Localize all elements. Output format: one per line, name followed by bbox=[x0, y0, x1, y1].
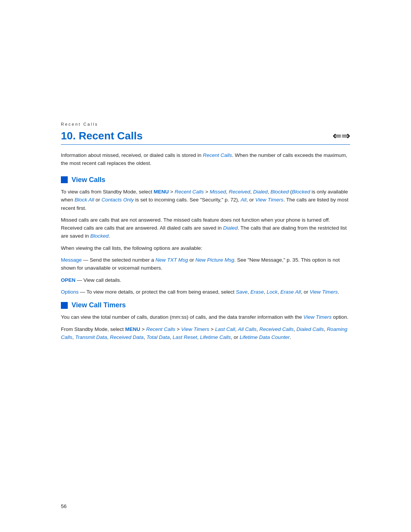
options-label: Options bbox=[61, 289, 79, 295]
view-timers-link-4[interactable]: View Timers bbox=[181, 326, 209, 332]
intro-paragraph: Information about missed, received, or d… bbox=[61, 152, 350, 168]
dialed-link[interactable]: Dialed bbox=[253, 189, 268, 195]
view-calls-para3: When viewing the call lists, the followi… bbox=[61, 244, 350, 252]
calls-icon: ⇐⇒ bbox=[333, 129, 350, 142]
new-txt-msg-link[interactable]: New TXT Msg bbox=[155, 257, 188, 263]
view-calls-body: To view calls from Standby Mode, select … bbox=[61, 188, 350, 296]
erase-link[interactable]: Erase bbox=[250, 289, 264, 295]
page-number: 56 bbox=[61, 503, 67, 509]
recent-calls-link-1[interactable]: Recent Calls bbox=[175, 189, 204, 195]
view-calls-title: View Calls bbox=[72, 176, 105, 184]
chapter-label: Recent Calls bbox=[61, 122, 350, 126]
view-calls-para1: To view calls from Standby Mode, select … bbox=[61, 188, 350, 212]
erase-all-link[interactable]: Erase All bbox=[280, 289, 301, 295]
open-label: OPEN bbox=[61, 277, 75, 283]
view-timers-link-2[interactable]: View Timers bbox=[310, 289, 338, 295]
new-picture-msg-link[interactable]: New Picture Msg bbox=[195, 257, 234, 263]
view-call-timers-section-header: View Call Timers bbox=[61, 301, 350, 309]
open-option: OPEN — View call details. bbox=[61, 276, 350, 284]
received-data-link[interactable]: Received Data bbox=[110, 334, 144, 340]
menu-label-1: MENU bbox=[154, 189, 169, 195]
block-all-link[interactable]: Block All bbox=[75, 197, 94, 203]
transmit-data-link[interactable]: Transmit Data bbox=[75, 334, 107, 340]
lifetime-data-counter-link[interactable]: Lifetime Data Counter bbox=[240, 334, 290, 340]
view-call-timers-body: You can view the total number of calls, … bbox=[61, 313, 350, 341]
all-link[interactable]: All bbox=[241, 197, 247, 203]
total-data-link[interactable]: Total Data bbox=[147, 334, 170, 340]
recent-calls-link-2[interactable]: Recent Calls bbox=[146, 326, 175, 332]
chapter-header: 10. Recent Calls ⇐⇒ bbox=[61, 129, 350, 145]
lifetime-calls-link[interactable]: Lifetime Calls bbox=[200, 334, 231, 340]
all-calls-link[interactable]: All Calls bbox=[238, 326, 256, 332]
last-reset-link[interactable]: Last Reset bbox=[172, 334, 197, 340]
save-link[interactable]: Save bbox=[236, 289, 248, 295]
menu-label-2: MENU bbox=[125, 326, 140, 332]
received-link[interactable]: Received bbox=[229, 189, 250, 195]
section-bullet-2 bbox=[61, 302, 68, 309]
options-option: Options — To view more details, or prote… bbox=[61, 288, 350, 296]
blocked-link-2[interactable]: Blocked bbox=[292, 189, 310, 195]
dialed-calls-link[interactable]: Dialed Calls bbox=[296, 326, 324, 332]
page-container: Recent Calls 10. Recent Calls ⇐⇒ Informa… bbox=[0, 0, 411, 532]
view-timers-link-1[interactable]: View Timers bbox=[255, 197, 284, 203]
blocked-link-1[interactable]: Blocked bbox=[271, 189, 289, 195]
view-call-timers-para1: You can view the total number of calls, … bbox=[61, 313, 350, 321]
view-timers-link-3[interactable]: View Timers bbox=[303, 314, 331, 320]
received-calls-link[interactable]: Received Calls bbox=[260, 326, 294, 332]
missed-link[interactable]: Missed bbox=[210, 189, 226, 195]
chapter-title: 10. Recent Calls bbox=[61, 130, 333, 142]
view-calls-section-header: View Calls bbox=[61, 176, 350, 184]
contacts-only-link[interactable]: Contacts Only bbox=[102, 197, 134, 203]
lock-link[interactable]: Lock bbox=[267, 289, 278, 295]
message-option: Message — Send the selected number a New… bbox=[61, 256, 350, 272]
blocked-link-3[interactable]: Blocked bbox=[90, 233, 108, 239]
message-label: Message bbox=[61, 257, 82, 263]
view-call-timers-para2: From Standby Mode, select MENU > Recent … bbox=[61, 325, 350, 342]
section-bullet-1 bbox=[61, 176, 68, 183]
view-call-timers-title: View Call Timers bbox=[72, 301, 126, 309]
view-calls-para2: Missed calls are calls that are not answ… bbox=[61, 216, 350, 240]
intro-recent-calls-link[interactable]: Recent Calls bbox=[203, 152, 232, 158]
dialed-link-2[interactable]: Dialed bbox=[223, 225, 237, 231]
last-call-link[interactable]: Last Call bbox=[215, 326, 235, 332]
